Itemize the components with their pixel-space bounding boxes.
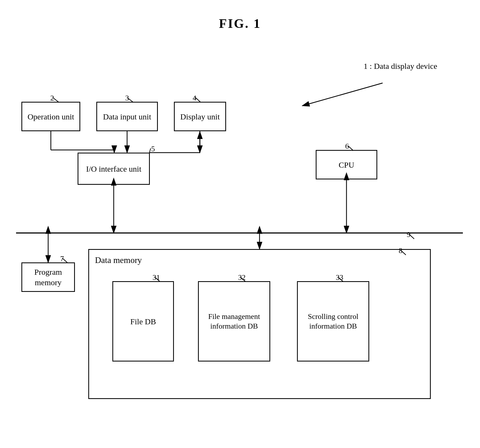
data-memory-label: Data memory [95, 255, 142, 266]
display-unit-label: Display unit [180, 111, 220, 122]
data-input-unit-box: Data input unit [96, 102, 158, 131]
file-db-label: File DB [130, 316, 156, 327]
ref-5: 5 [151, 145, 155, 153]
cpu-label: CPU [339, 160, 354, 170]
ref-31: 31 [153, 273, 160, 282]
scroll-ctrl-db-box: Scrolling control information DB [297, 281, 369, 362]
data-input-unit-label: Data input unit [103, 111, 151, 122]
ref-6: 6 [345, 142, 349, 150]
ref-2: 2 [50, 94, 54, 102]
cpu-box: CPU [316, 150, 377, 179]
ref-8: 8 [399, 246, 402, 255]
scroll-ctrl-db-label: Scrolling control information DB [298, 312, 368, 331]
operation-unit-box: Operation unit [21, 102, 80, 131]
operation-unit-label: Operation unit [28, 111, 74, 122]
io-interface-label: I/O interface unit [86, 164, 142, 174]
ref-32: 32 [238, 273, 246, 282]
ref-3: 3 [125, 94, 129, 102]
program-memory-box: Program memory [21, 262, 75, 292]
diagram: FIG. 1 1 : Data display device Operation… [0, 0, 480, 448]
device-label: 1 : Data display device [364, 62, 437, 71]
ref-7: 7 [60, 254, 64, 263]
ref-33: 33 [336, 273, 343, 282]
ref-9: 9 [407, 230, 410, 239]
device-label-arrow [302, 83, 383, 106]
file-mgmt-db-label: File management information DB [199, 312, 269, 331]
display-unit-box: Display unit [174, 102, 226, 131]
figure-title: FIG. 1 [219, 16, 261, 31]
ref-4: 4 [193, 94, 196, 102]
program-memory-label: Program memory [22, 267, 74, 288]
io-interface-box: I/O interface unit [78, 153, 150, 185]
file-db-box: File DB [112, 281, 174, 362]
file-mgmt-db-box: File management information DB [198, 281, 270, 362]
